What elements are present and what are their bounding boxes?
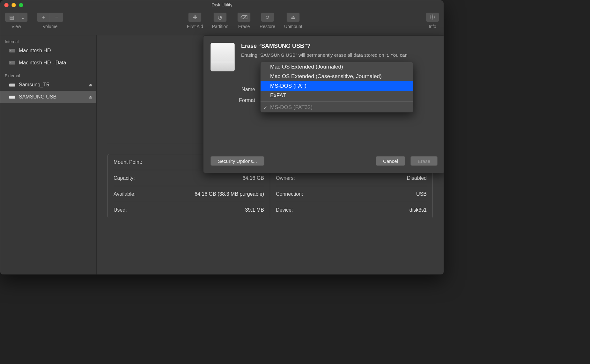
toolbar-label-partition: Partition xyxy=(212,24,228,29)
sidebar-item-macintosh-hd-data[interactable]: Macintosh HD - Data xyxy=(0,57,96,69)
toolbar-label-unmount: Unmount xyxy=(284,24,302,29)
view-sidebar-button[interactable]: ▤ xyxy=(5,12,18,22)
zoom-icon[interactable] xyxy=(19,3,23,7)
sidebar-section-external: External xyxy=(0,71,96,79)
info-row-used: Used:39.1 MB xyxy=(114,202,264,218)
drive-icon xyxy=(210,43,235,71)
view-menu-button[interactable]: ⌄ xyxy=(18,12,28,22)
toolbar-label-erase: Erase xyxy=(238,24,250,29)
dialog-title: Erase “SAMSUNG USB”? xyxy=(241,43,438,49)
menu-separator xyxy=(261,101,413,102)
titlebar[interactable]: Disk Utility xyxy=(0,0,444,9)
toolbar-label-view: View xyxy=(11,24,21,29)
svg-point-1 xyxy=(10,50,11,51)
check-icon: ✓ xyxy=(263,104,268,111)
volume-remove-button[interactable]: − xyxy=(50,12,63,22)
window-title: Disk Utility xyxy=(211,2,232,7)
sidebar-item-label: SAMSUNG USB xyxy=(19,94,56,100)
hdd-icon xyxy=(9,59,16,66)
format-option-macos-journaled[interactable]: Mac OS Extended (Journaled) xyxy=(261,62,413,72)
sidebar-item-samsung-t5[interactable]: Samsung_T5 ⏏ xyxy=(0,79,96,91)
sidebar: Internal Macintosh HD Macintosh HD - Dat… xyxy=(0,35,97,274)
info-icon: ⓘ xyxy=(430,14,435,21)
eject-icon: ⏏ xyxy=(291,14,296,20)
toolbar-label-restore: Restore xyxy=(260,24,275,29)
volume-add-button[interactable]: ＋ xyxy=(37,12,50,22)
plus-icon: ＋ xyxy=(41,14,46,21)
pie-icon: ◔ xyxy=(218,14,222,20)
hdd-icon xyxy=(9,47,16,54)
eraser-icon: ⌫ xyxy=(240,14,248,20)
first-aid-button[interactable]: ✚ xyxy=(188,12,202,22)
sidebar-icon: ▤ xyxy=(9,14,14,20)
minimize-icon[interactable] xyxy=(11,3,16,7)
format-option-macos-caseinsensitive[interactable]: Mac OS Extended (Case-sensitive, Journal… xyxy=(261,72,413,81)
stethoscope-icon: ✚ xyxy=(193,14,197,20)
info-button[interactable]: ⓘ xyxy=(426,12,439,22)
partition-button[interactable]: ◔ xyxy=(213,12,227,22)
eject-icon[interactable]: ⏏ xyxy=(89,95,92,99)
erase-confirm-button[interactable]: Erase xyxy=(410,156,438,166)
name-label: Name xyxy=(210,87,255,92)
eject-icon[interactable]: ⏏ xyxy=(89,83,92,87)
sidebar-item-label: Macintosh HD - Data xyxy=(19,60,66,66)
svg-rect-5 xyxy=(9,96,15,98)
sidebar-item-label: Samsung_T5 xyxy=(19,82,49,88)
erase-dialog: Erase “SAMSUNG USB”? Erasing “SAMSUNG US… xyxy=(203,35,444,173)
toolbar-label-firstaid: First Aid xyxy=(187,24,203,29)
toolbar-label-volume: Volume xyxy=(43,24,58,29)
format-dropdown-menu[interactable]: Mac OS Extended (Journaled) Mac OS Exten… xyxy=(260,62,413,113)
format-label: Format xyxy=(210,98,255,103)
cancel-button[interactable]: Cancel xyxy=(376,156,405,166)
svg-point-3 xyxy=(10,62,11,63)
sidebar-item-samsung-usb[interactable]: SAMSUNG USB ⏏ xyxy=(0,91,96,103)
main-pane: 64.16 GB Mount Point:/Volumes/SAMSUNG US… xyxy=(97,35,444,274)
restore-icon: ↺ xyxy=(265,14,269,20)
minus-icon: − xyxy=(55,14,58,20)
erase-button[interactable]: ⌫ xyxy=(237,12,251,22)
close-icon[interactable] xyxy=(4,3,9,7)
restore-button[interactable]: ↺ xyxy=(261,12,274,22)
dialog-subtitle: Erasing “SAMSUNG USB” will permanently e… xyxy=(241,52,438,58)
external-drive-icon xyxy=(9,81,16,88)
external-drive-icon xyxy=(9,93,16,100)
toolbar: ▤ ⌄ View ＋ − Volume ✚First Aid ◔Partitio… xyxy=(0,9,444,35)
sidebar-section-internal: Internal xyxy=(0,37,96,45)
svg-rect-4 xyxy=(9,84,15,86)
sidebar-item-macintosh-hd[interactable]: Macintosh HD xyxy=(0,45,96,57)
format-option-msdos-fat[interactable]: MS-DOS (FAT) xyxy=(261,81,413,91)
format-current-selection: ✓MS-DOS (FAT32) xyxy=(261,103,413,112)
disk-utility-window: Disk Utility ▤ ⌄ View ＋ − Volume ✚First … xyxy=(0,0,444,275)
unmount-button[interactable]: ⏏ xyxy=(286,12,300,22)
format-option-exfat[interactable]: ExFAT xyxy=(261,91,413,100)
info-row-device: Device:disk3s1 xyxy=(276,202,427,218)
info-row-connection: Connection:USB xyxy=(276,186,427,202)
toolbar-label-info: Info xyxy=(429,24,436,29)
security-options-button[interactable]: Security Options... xyxy=(210,156,264,166)
info-row-available: Available:64.16 GB (38.3 MB purgeable) xyxy=(114,186,264,202)
chevron-down-icon: ⌄ xyxy=(21,14,25,20)
sidebar-item-label: Macintosh HD xyxy=(19,48,51,54)
